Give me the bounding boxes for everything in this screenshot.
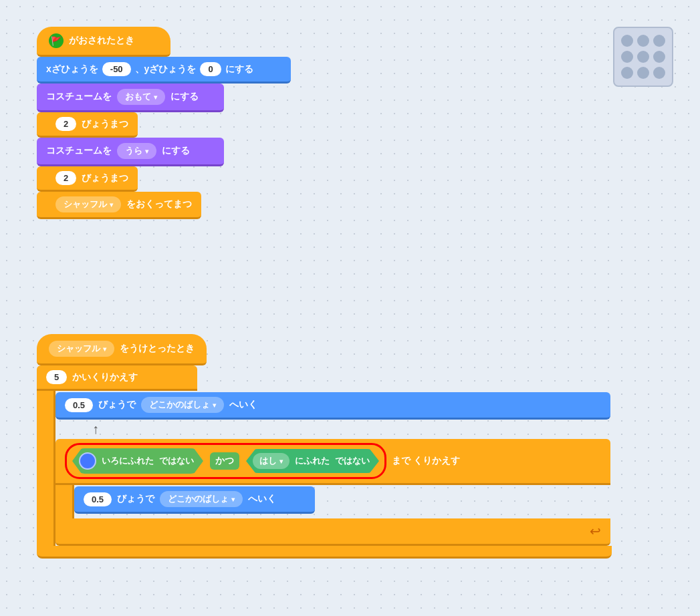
sprite-dot <box>637 51 649 63</box>
until-left-bar <box>55 485 74 518</box>
until-condition: いろにふれた ではない かつ はし▾ にふれた <box>65 443 386 479</box>
shuffle-send-label: をおくってまつ <box>126 198 192 210</box>
right-condition: はし▾ にふれた ではない <box>246 449 379 473</box>
sprite-dot <box>621 51 633 63</box>
sprite-dot <box>621 35 633 47</box>
sprite-dot <box>653 67 665 79</box>
costume-dropdown1[interactable]: おもて▾ <box>117 89 165 105</box>
left-condition: いろにふれた ではない <box>72 448 203 474</box>
until-label: まで くりかえす <box>392 455 460 467</box>
flag-icon: 🚩 <box>49 33 64 48</box>
not-label1: ではない <box>159 455 194 467</box>
costume-ura-block: コスチュームを うら▾ にする <box>37 138 224 166</box>
repeat-input[interactable]: 5 <box>46 370 67 384</box>
y-label-post: にする <box>225 63 253 75</box>
repeat-label: かいくりかえす <box>72 371 138 383</box>
until-body: 0.5 びょうで どこかのばしょ▾ へいく <box>55 485 610 518</box>
wait-block2: 2 びょうまつ <box>37 166 138 192</box>
costume-label4: にする <box>162 145 190 157</box>
wait-label2: びょうまつ <box>82 172 128 184</box>
costume-label1: コスチュームを <box>46 91 112 103</box>
sprite-dot <box>637 67 649 79</box>
repeat-end <box>37 546 612 559</box>
shuffle-send-block: シャッフル▾ をおくってまつ <box>37 192 201 219</box>
repeat-left-bar <box>37 391 55 546</box>
move-label2b: へいく <box>248 493 276 505</box>
edge-touch-label: にふれた <box>295 455 330 467</box>
costume-omote-block: コスチュームを おもて▾ にする <box>37 84 224 112</box>
y-input[interactable]: 0 <box>200 62 221 76</box>
repeat-loop: 5 かいくりかえす 0.5 びょうで どこかのばしょ▾ へいく ↑ <box>37 365 612 559</box>
sprite-dot <box>653 35 665 47</box>
y-label-pre: 、yざひょうを <box>135 63 197 75</box>
x-input[interactable]: -50 <box>102 62 131 76</box>
xy-block: xざひょうを -50 、yざひょうを 0 にする <box>37 57 291 84</box>
sprite-panel <box>613 27 673 87</box>
shuffle-send-dropdown[interactable]: シャッフル▾ <box>55 196 121 212</box>
sprite-dot <box>621 67 633 79</box>
until-header: いろにふれた ではない かつ はし▾ にふれた <box>55 439 610 485</box>
repeat-inner: 0.5 びょうで どこかのばしょ▾ へいく ↑ <box>55 391 610 546</box>
wait-label1: びょうまつ <box>82 118 128 130</box>
costume-dropdown2[interactable]: うら▾ <box>117 143 156 159</box>
receive-label: をうけとったとき <box>120 343 195 355</box>
group2-blocks: シャッフル▾ をうけとったとき 5 かいくりかえす 0.5 びょうで どこかのば… <box>37 334 612 559</box>
receive-dropdown[interactable]: シャッフル▾ <box>49 341 114 357</box>
edge-dropdown[interactable]: はし▾ <box>253 453 289 469</box>
and-label: かつ <box>210 452 239 470</box>
color-touch-label: いろにふれた <box>102 455 154 467</box>
repeat-body: 0.5 びょうで どこかのばしょ▾ へいく ↑ <box>37 391 610 546</box>
move-dropdown2[interactable]: どこかのばしょ▾ <box>160 491 243 507</box>
move-input1[interactable]: 0.5 <box>65 398 93 412</box>
up-arrow: ↑ <box>55 420 610 439</box>
hat-block-receive: シャッフル▾ をうけとったとき <box>37 334 207 365</box>
costume-label2: にする <box>170 91 199 103</box>
sprite-dot <box>637 35 649 47</box>
wait-input1[interactable]: 2 <box>55 117 76 131</box>
hat-block-flag: 🚩 がおされたとき <box>37 27 170 57</box>
move-label1a: びょうで <box>98 399 136 411</box>
color-swatch[interactable] <box>79 452 96 470</box>
until-loop: いろにふれた ではない かつ はし▾ にふれた <box>55 439 610 546</box>
wait-input2[interactable]: 2 <box>55 171 76 185</box>
x-label: xざひょうを <box>46 63 98 75</box>
until-end: ↩ <box>55 518 610 546</box>
move-input2[interactable]: 0.5 <box>84 492 112 506</box>
costume-label3: コスチュームを <box>46 145 112 157</box>
move-label2a: びょうで <box>117 493 154 505</box>
move-block1: 0.5 びょうで どこかのばしょ▾ へいく <box>55 392 610 420</box>
group1-blocks: 🚩 がおされたとき xざひょうを -50 、yざひょうを 0 にする コスチュー… <box>37 27 291 219</box>
move-block2: 0.5 びょうで どこかのばしょ▾ へいく <box>74 486 315 514</box>
move-label1b: へいく <box>229 399 257 411</box>
hat-label: がおされたとき <box>69 35 134 47</box>
not-label2: ではない <box>335 455 370 467</box>
repeat-header: 5 かいくりかえす <box>37 365 197 391</box>
wait-block1: 2 びょうまつ <box>37 112 138 138</box>
sprite-dot <box>653 51 665 63</box>
move-dropdown1[interactable]: どこかのばしょ▾ <box>141 397 224 413</box>
